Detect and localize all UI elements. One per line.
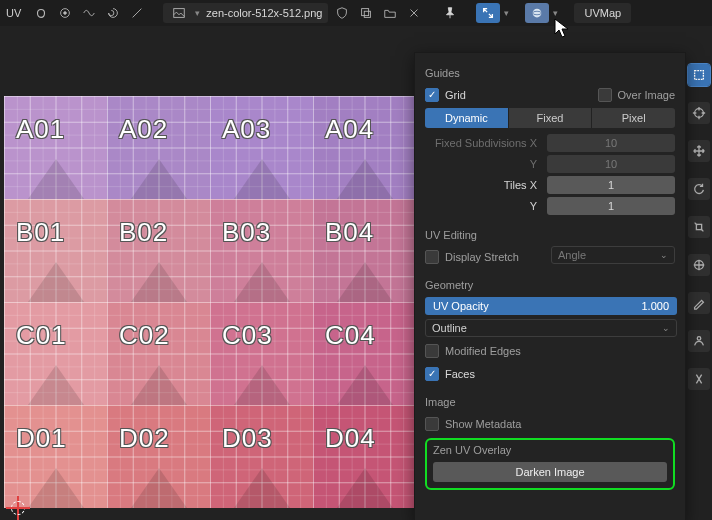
svg-rect-3 <box>362 9 369 16</box>
checkbox-grid[interactable] <box>425 88 439 102</box>
label-tiles-x: Tiles X <box>425 179 541 191</box>
tab-pixel[interactable]: Pixel <box>592 108 675 128</box>
chevron-down-icon: ▾ <box>195 8 200 18</box>
checkbox-faces[interactable] <box>425 367 439 381</box>
zen-uv-highlight: Zen UV Overlay Darken Image <box>425 438 675 490</box>
uv-grid-label: D03 <box>222 423 273 454</box>
uv-grid-label: D02 <box>119 423 170 454</box>
tool-move[interactable] <box>688 140 710 162</box>
fullscreen-button[interactable] <box>476 3 500 23</box>
select-stretch-mode: Angle⌄ <box>551 246 675 264</box>
grid-mode-tabs: Dynamic Fixed Pixel <box>425 108 675 128</box>
overlays-panel: Guides Grid Over Image Dynamic Fixed Pix… <box>414 52 686 520</box>
uv-grid-cell: B01 <box>4 199 107 302</box>
tool-select-box[interactable] <box>688 64 710 86</box>
chevron-down-icon: ⌄ <box>662 323 670 333</box>
label-grid: Grid <box>445 89 592 101</box>
image-file-selector[interactable]: ▾ zen-color-512x-512.png <box>163 3 328 23</box>
uv-grid-cell: B02 <box>107 199 210 302</box>
label-modified-edges: Modified Edges <box>445 345 675 357</box>
tab-dynamic[interactable]: Dynamic <box>425 108 509 128</box>
uv-grid-label: C04 <box>325 320 376 351</box>
uv-grid-label: A04 <box>325 114 374 145</box>
tool-annotate[interactable] <box>688 292 710 314</box>
section-guides: Guides <box>425 67 675 79</box>
uv-grid-label: A02 <box>119 114 168 145</box>
tool-rotate[interactable] <box>688 178 710 200</box>
swirl-icon[interactable] <box>103 3 123 23</box>
select-outline[interactable]: Outline⌄ <box>425 319 677 337</box>
tool-scale[interactable] <box>688 216 710 238</box>
tool-transform[interactable] <box>688 254 710 276</box>
uv-grid-cell: D01 <box>4 405 107 508</box>
image-file-name: zen-color-512x-512.png <box>206 7 322 19</box>
field-tiles-x[interactable]: 1 <box>547 176 675 194</box>
uv-grid-label: D04 <box>325 423 376 454</box>
uv-grid-cell: D03 <box>210 405 313 508</box>
label-tiles-y: Y <box>425 200 541 212</box>
tool-strip <box>686 58 712 390</box>
tool-rip[interactable] <box>688 368 710 390</box>
image-icon <box>169 3 189 23</box>
uvmap-selector[interactable]: UVMap <box>574 3 631 23</box>
label-show-metadata: Show Metadata <box>445 418 675 430</box>
label-display-stretch: Display Stretch <box>445 251 545 263</box>
tool-sculpt[interactable] <box>688 330 710 352</box>
2d-cursor-icon <box>6 496 30 520</box>
label-fixed-sub-y: Y <box>425 158 541 170</box>
hand-icon[interactable] <box>31 3 51 23</box>
uvmap-label: UVMap <box>584 7 621 19</box>
uv-checker-grid: A01A02A03A04B01B02B03B04C01C02C03C04D01D… <box>4 96 414 508</box>
uv-grid-label: B04 <box>325 217 374 248</box>
field-fixed-sub-y: 10 <box>547 155 675 173</box>
svg-rect-7 <box>695 71 704 80</box>
uv-grid-cell: B04 <box>313 199 416 302</box>
uv-grid-cell: D04 <box>313 405 416 508</box>
target-icon[interactable] <box>55 3 75 23</box>
uv-grid-label: B01 <box>16 217 65 248</box>
uv-grid-cell: C02 <box>107 302 210 405</box>
button-darken-image[interactable]: Darken Image <box>433 462 667 482</box>
uv-grid-label: C02 <box>119 320 170 351</box>
shield-icon[interactable] <box>332 3 352 23</box>
line-icon[interactable] <box>127 3 147 23</box>
checkbox-display-stretch[interactable] <box>425 250 439 264</box>
checkbox-modified-edges[interactable] <box>425 344 439 358</box>
uv-grid-label: C01 <box>16 320 67 351</box>
uv-grid-label: D01 <box>16 423 67 454</box>
pin-icon[interactable] <box>440 3 460 23</box>
overlays-button[interactable] <box>525 3 549 23</box>
uv-grid-cell: C03 <box>210 302 313 405</box>
label-over-image: Over Image <box>618 89 675 101</box>
section-geometry: Geometry <box>425 279 675 291</box>
uv-grid-label: A01 <box>16 114 65 145</box>
editor-type-label: UV <box>6 7 21 19</box>
checkbox-over-image[interactable] <box>598 88 612 102</box>
slider-uv-opacity[interactable]: UV Opacity 1.000 <box>425 297 677 315</box>
uv-grid-label: C03 <box>222 320 273 351</box>
field-tiles-y[interactable]: 1 <box>547 197 675 215</box>
duplicate-icon[interactable] <box>356 3 376 23</box>
checkbox-show-metadata[interactable] <box>425 417 439 431</box>
svg-point-5 <box>533 9 542 18</box>
wave-icon[interactable] <box>79 3 99 23</box>
tab-fixed[interactable]: Fixed <box>509 108 593 128</box>
uv-editor-viewport[interactable]: A01A02A03A04B01B02B03B04C01C02C03C04D01D… <box>0 26 712 520</box>
uv-grid-cell: C04 <box>313 302 416 405</box>
chevron-down-icon[interactable]: ▾ <box>553 8 558 18</box>
folder-icon[interactable] <box>380 3 400 23</box>
chevron-down-icon[interactable]: ▾ <box>504 8 509 18</box>
section-image: Image <box>425 396 675 408</box>
field-fixed-sub-x: 10 <box>547 134 675 152</box>
uv-grid-cell: A04 <box>313 96 416 199</box>
uv-grid-cell: A02 <box>107 96 210 199</box>
uv-grid-label: A03 <box>222 114 271 145</box>
uv-grid-label: B03 <box>222 217 271 248</box>
close-icon[interactable] <box>404 3 424 23</box>
svg-point-1 <box>64 12 67 15</box>
label-fixed-sub-x: Fixed Subdivisions X <box>425 137 541 149</box>
svg-rect-4 <box>365 11 371 17</box>
svg-point-11 <box>697 337 701 341</box>
tool-cursor[interactable] <box>688 102 710 124</box>
uv-grid-cell: A01 <box>4 96 107 199</box>
